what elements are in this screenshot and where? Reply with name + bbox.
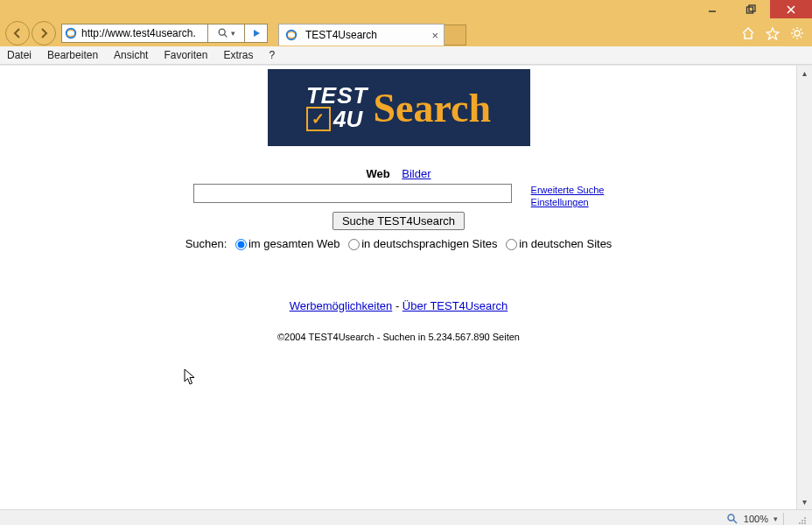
svg-point-20: [804, 517, 806, 519]
browser-navbar: ▾ TEST4Usearch ×: [0, 20, 812, 46]
search-input[interactable]: [193, 184, 512, 203]
svg-line-15: [801, 37, 802, 38]
menu-help[interactable]: ?: [269, 49, 275, 61]
scope-opt-de-sites: in deutschen Sites: [519, 237, 612, 250]
search-scope-dropdown[interactable]: ▾: [208, 24, 245, 43]
svg-point-22: [804, 520, 806, 522]
logo-checkmark-icon: ✓: [306, 107, 331, 131]
home-icon[interactable]: [740, 25, 756, 41]
logo-text-test: TEST: [306, 84, 368, 107]
svg-line-17: [801, 29, 802, 31]
logo-text-search: Search: [373, 85, 491, 131]
minimize-button[interactable]: [693, 0, 732, 18]
menu-bearbeiten[interactable]: Bearbeiten: [47, 49, 98, 61]
logo-text-4u: 4U: [333, 108, 362, 130]
favorites-star-icon[interactable]: [765, 25, 780, 41]
refresh-go-button[interactable]: [245, 24, 268, 43]
vertical-scrollbar[interactable]: ▴ ▾: [796, 66, 812, 509]
scope-label: Suchen:: [186, 237, 228, 250]
scroll-down-button[interactable]: ▾: [797, 494, 812, 509]
browser-menubar: Datei Bearbeiten Ansicht Favoriten Extra…: [0, 46, 812, 65]
about-link[interactable]: Über TEST4Usearch: [402, 299, 508, 312]
menu-ansicht[interactable]: Ansicht: [114, 49, 148, 61]
ads-link[interactable]: Werbemöglichkeiten: [290, 299, 393, 312]
new-tab-button[interactable]: [444, 24, 466, 46]
search-scope-row: Suchen: im gesamten Web in deutschsprach…: [0, 237, 797, 250]
svg-rect-2: [749, 5, 755, 11]
scope-opt-de-lang: in deutschsprachigen Sites: [361, 237, 497, 250]
mouse-cursor-icon: [184, 368, 196, 386]
menu-extras[interactable]: Extras: [223, 49, 253, 61]
address-input[interactable]: [80, 26, 197, 40]
ie-tab-icon: [284, 28, 298, 42]
scroll-up-button[interactable]: ▴: [797, 66, 812, 80]
footer-copyright: ©2004 TEST4Usearch - Suchen in 5.234.567…: [0, 332, 797, 342]
search-button[interactable]: Suche TEST4Usearch: [332, 212, 465, 230]
footer-separator: -: [392, 299, 402, 312]
close-button[interactable]: [770, 0, 812, 18]
site-logo: TEST ✓ 4U Search: [268, 69, 530, 146]
svg-line-14: [793, 29, 794, 31]
zoom-level[interactable]: 100%: [744, 514, 768, 524]
svg-point-21: [802, 520, 803, 522]
menu-favoriten[interactable]: Favoriten: [164, 49, 207, 61]
zoom-icon[interactable]: [726, 513, 738, 525]
search-tab-web[interactable]: Web: [366, 167, 389, 180]
svg-line-7: [224, 34, 227, 37]
svg-point-24: [802, 522, 803, 524]
address-bar[interactable]: [61, 24, 208, 43]
settings-link[interactable]: Einstellungen: [531, 196, 605, 208]
page-viewport: TEST ✓ 4U Search Web Bilder Erweiterte S…: [0, 65, 812, 509]
svg-point-9: [794, 31, 800, 36]
search-tab-images[interactable]: Bilder: [402, 167, 430, 180]
svg-rect-1: [747, 7, 753, 13]
window-titlebar: [0, 0, 812, 20]
ie-page-icon: [64, 26, 78, 40]
browser-tab[interactable]: TEST4Usearch ×: [278, 24, 444, 46]
svg-line-19: [733, 520, 737, 523]
svg-line-16: [793, 37, 794, 38]
scope-radio-de-lang[interactable]: [348, 239, 360, 250]
scope-radio-all[interactable]: [235, 239, 247, 250]
scope-radio-de-sites[interactable]: [506, 239, 517, 250]
svg-point-6: [219, 29, 225, 35]
statusbar-separator: [783, 513, 784, 525]
forward-button[interactable]: [32, 21, 56, 46]
advanced-search-link[interactable]: Erweiterte Suche: [531, 184, 605, 196]
back-button[interactable]: [5, 21, 30, 46]
scope-opt-all: im gesamten Web: [248, 237, 340, 250]
browser-statusbar: 100% ▾: [0, 509, 812, 525]
tab-close-button[interactable]: ×: [431, 29, 438, 42]
menu-datei[interactable]: Datei: [7, 49, 32, 61]
tab-title: TEST4Usearch: [305, 29, 377, 41]
svg-point-23: [799, 522, 801, 524]
svg-point-25: [804, 522, 806, 524]
resize-grip-icon[interactable]: [794, 513, 807, 525]
svg-point-18: [728, 514, 734, 521]
maximize-button[interactable]: [732, 0, 770, 18]
zoom-dropdown[interactable]: ▾: [774, 514, 778, 523]
tools-gear-icon[interactable]: [789, 25, 805, 41]
